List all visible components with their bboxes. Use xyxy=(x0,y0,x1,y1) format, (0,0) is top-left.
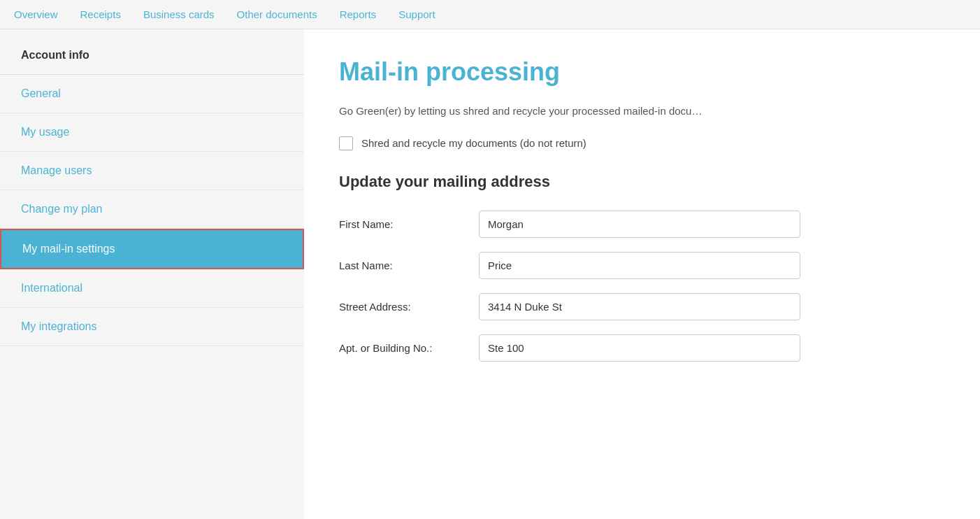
apt-building-row: Apt. or Building No.: xyxy=(339,334,945,362)
nav-item-overview[interactable]: Overview xyxy=(14,1,58,27)
street-address-label: Street Address: xyxy=(339,301,479,313)
nav-item-receipts[interactable]: Receipts xyxy=(80,1,121,27)
last-name-label: Last Name: xyxy=(339,260,479,271)
sidebar-item-change-plan[interactable]: Change my plan xyxy=(0,190,304,229)
nav-item-business-cards[interactable]: Business cards xyxy=(143,1,215,27)
street-address-input[interactable] xyxy=(479,293,800,320)
sidebar-item-my-usage[interactable]: My usage xyxy=(0,113,304,152)
sidebar-item-general[interactable]: General xyxy=(0,75,304,113)
top-nav: Overview Receipts Business cards Other d… xyxy=(0,0,980,29)
sidebar-item-international[interactable]: International xyxy=(0,269,304,308)
sidebar-section-title: Account info xyxy=(0,29,304,75)
shred-recycle-label: Shred and recycle my documents (do not r… xyxy=(361,137,586,149)
street-address-row: Street Address: xyxy=(339,293,945,320)
sidebar-item-mail-in-settings[interactable]: My mail-in settings xyxy=(0,229,304,269)
nav-item-other-documents[interactable]: Other documents xyxy=(237,1,317,27)
last-name-input[interactable] xyxy=(479,252,800,279)
description: Go Green(er) by letting us shred and rec… xyxy=(339,104,945,120)
nav-item-support[interactable]: Support xyxy=(398,1,435,27)
sidebar-item-manage-users[interactable]: Manage users xyxy=(0,152,304,190)
first-name-row: First Name: xyxy=(339,211,945,238)
apt-building-input[interactable] xyxy=(479,334,800,362)
first-name-label: First Name: xyxy=(339,218,479,230)
main-content: Mail-in processing Go Green(er) by letti… xyxy=(304,29,980,519)
shred-recycle-checkbox[interactable] xyxy=(339,136,353,150)
nav-item-reports[interactable]: Reports xyxy=(340,1,377,27)
first-name-input[interactable] xyxy=(479,211,800,238)
sidebar: Account info General My usage Manage use… xyxy=(0,29,304,519)
last-name-row: Last Name: xyxy=(339,252,945,279)
page-container: Account info General My usage Manage use… xyxy=(0,29,980,519)
page-title: Mail-in processing xyxy=(339,57,945,87)
mailing-address-subtitle: Update your mailing address xyxy=(339,173,945,191)
shred-recycle-row: Shred and recycle my documents (do not r… xyxy=(339,136,945,150)
sidebar-item-my-integrations[interactable]: My integrations xyxy=(0,308,304,346)
apt-building-label: Apt. or Building No.: xyxy=(339,342,479,354)
